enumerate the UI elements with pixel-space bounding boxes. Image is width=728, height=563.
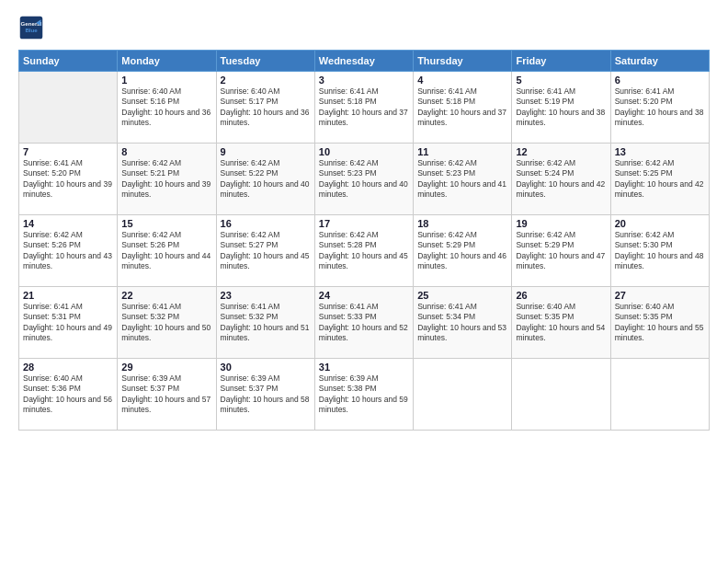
cell-info: Sunrise: 6:42 AM Sunset: 5:23 PM Dayligh… — [417, 158, 507, 201]
cell-info: Sunrise: 6:41 AM Sunset: 5:18 PM Dayligh… — [417, 86, 507, 129]
calendar-cell — [610, 359, 709, 431]
calendar-cell — [19, 72, 118, 144]
day-number: 2 — [221, 75, 311, 86]
weekday-header: Wednesday — [314, 51, 413, 72]
weekday-header: Saturday — [610, 51, 709, 72]
day-number: 3 — [319, 75, 409, 86]
calendar-cell: 16Sunrise: 6:42 AM Sunset: 5:27 PM Dayli… — [216, 215, 314, 287]
cell-info: Sunrise: 6:39 AM Sunset: 5:38 PM Dayligh… — [319, 373, 409, 416]
calendar-cell: 12Sunrise: 6:42 AM Sunset: 5:24 PM Dayli… — [512, 144, 610, 215]
cell-info: Sunrise: 6:40 AM Sunset: 5:16 PM Dayligh… — [121, 86, 211, 129]
day-number: 4 — [417, 75, 507, 86]
day-number: 31 — [319, 362, 409, 373]
calendar-cell: 17Sunrise: 6:42 AM Sunset: 5:28 PM Dayli… — [314, 215, 413, 287]
day-number: 9 — [221, 146, 311, 157]
cell-info: Sunrise: 6:40 AM Sunset: 5:17 PM Dayligh… — [221, 86, 311, 129]
calendar-cell: 23Sunrise: 6:41 AM Sunset: 5:32 PM Dayli… — [216, 287, 314, 359]
calendar-cell — [414, 359, 512, 431]
day-number: 29 — [121, 362, 211, 373]
cell-info: Sunrise: 6:40 AM Sunset: 5:35 PM Dayligh… — [516, 302, 606, 344]
day-number: 26 — [516, 290, 606, 301]
cell-info: Sunrise: 6:42 AM Sunset: 5:26 PM Dayligh… — [121, 230, 211, 272]
weekday-header: Friday — [512, 51, 610, 72]
calendar-week-row: 7Sunrise: 6:41 AM Sunset: 5:20 PM Daylig… — [19, 144, 710, 215]
day-number: 13 — [615, 146, 705, 157]
calendar-cell: 9Sunrise: 6:42 AM Sunset: 5:22 PM Daylig… — [216, 144, 314, 215]
calendar-week-row: 21Sunrise: 6:41 AM Sunset: 5:31 PM Dayli… — [19, 287, 710, 359]
weekday-header: Monday — [118, 51, 216, 72]
weekday-header-row: SundayMondayTuesdayWednesdayThursdayFrid… — [19, 51, 710, 72]
weekday-header: Tuesday — [216, 51, 314, 72]
day-number: 22 — [121, 290, 211, 301]
cell-info: Sunrise: 6:39 AM Sunset: 5:37 PM Dayligh… — [121, 373, 211, 416]
calendar-cell: 13Sunrise: 6:42 AM Sunset: 5:25 PM Dayli… — [610, 144, 709, 215]
calendar-week-row: 28Sunrise: 6:40 AM Sunset: 5:36 PM Dayli… — [19, 359, 710, 431]
calendar-cell: 26Sunrise: 6:40 AM Sunset: 5:35 PM Dayli… — [512, 287, 610, 359]
cell-info: Sunrise: 6:41 AM Sunset: 5:31 PM Dayligh… — [23, 302, 113, 344]
weekday-header: Sunday — [19, 51, 118, 72]
calendar-cell: 1Sunrise: 6:40 AM Sunset: 5:16 PM Daylig… — [118, 72, 216, 144]
cell-info: Sunrise: 6:42 AM Sunset: 5:28 PM Dayligh… — [319, 230, 409, 272]
calendar-cell: 25Sunrise: 6:41 AM Sunset: 5:34 PM Dayli… — [414, 287, 512, 359]
weekday-header: Thursday — [414, 51, 512, 72]
calendar-cell: 14Sunrise: 6:42 AM Sunset: 5:26 PM Dayli… — [19, 215, 118, 287]
day-number: 30 — [221, 362, 311, 373]
day-number: 7 — [23, 146, 113, 157]
logo: General Blue — [18, 15, 44, 40]
calendar-cell — [512, 359, 610, 431]
day-number: 19 — [516, 218, 606, 229]
day-number: 17 — [319, 218, 409, 229]
day-number: 15 — [121, 218, 211, 229]
cell-info: Sunrise: 6:41 AM Sunset: 5:20 PM Dayligh… — [615, 86, 705, 129]
day-number: 25 — [417, 290, 507, 301]
day-number: 23 — [221, 290, 311, 301]
calendar-cell: 18Sunrise: 6:42 AM Sunset: 5:29 PM Dayli… — [414, 215, 512, 287]
cell-info: Sunrise: 6:41 AM Sunset: 5:34 PM Dayligh… — [417, 302, 507, 344]
day-number: 24 — [319, 290, 409, 301]
calendar-cell: 10Sunrise: 6:42 AM Sunset: 5:23 PM Dayli… — [314, 144, 413, 215]
day-number: 1 — [121, 75, 211, 86]
cell-info: Sunrise: 6:42 AM Sunset: 5:25 PM Dayligh… — [615, 158, 705, 201]
calendar-cell: 15Sunrise: 6:42 AM Sunset: 5:26 PM Dayli… — [118, 215, 216, 287]
cell-info: Sunrise: 6:42 AM Sunset: 5:29 PM Dayligh… — [516, 230, 606, 272]
calendar-cell: 27Sunrise: 6:40 AM Sunset: 5:35 PM Dayli… — [610, 287, 709, 359]
calendar-cell: 29Sunrise: 6:39 AM Sunset: 5:37 PM Dayli… — [118, 359, 216, 431]
calendar-week-row: 1Sunrise: 6:40 AM Sunset: 5:16 PM Daylig… — [19, 72, 710, 144]
cell-info: Sunrise: 6:41 AM Sunset: 5:18 PM Dayligh… — [319, 86, 409, 129]
cell-info: Sunrise: 6:42 AM Sunset: 5:21 PM Dayligh… — [121, 158, 211, 201]
cell-info: Sunrise: 6:41 AM Sunset: 5:33 PM Dayligh… — [319, 302, 409, 344]
calendar-cell: 19Sunrise: 6:42 AM Sunset: 5:29 PM Dayli… — [512, 215, 610, 287]
cell-info: Sunrise: 6:42 AM Sunset: 5:22 PM Dayligh… — [221, 158, 311, 201]
calendar-cell: 30Sunrise: 6:39 AM Sunset: 5:37 PM Dayli… — [216, 359, 314, 431]
calendar-cell: 31Sunrise: 6:39 AM Sunset: 5:38 PM Dayli… — [314, 359, 413, 431]
cell-info: Sunrise: 6:41 AM Sunset: 5:32 PM Dayligh… — [121, 302, 211, 344]
calendar-cell: 3Sunrise: 6:41 AM Sunset: 5:18 PM Daylig… — [314, 72, 413, 144]
svg-text:Blue: Blue — [25, 27, 38, 33]
cell-info: Sunrise: 6:42 AM Sunset: 5:23 PM Dayligh… — [319, 158, 409, 201]
calendar-table: SundayMondayTuesdayWednesdayThursdayFrid… — [18, 50, 710, 431]
day-number: 20 — [615, 218, 705, 229]
day-number: 10 — [319, 146, 409, 157]
day-number: 12 — [516, 146, 606, 157]
day-number: 14 — [23, 218, 113, 229]
cell-info: Sunrise: 6:40 AM Sunset: 5:35 PM Dayligh… — [615, 302, 705, 344]
calendar-cell: 21Sunrise: 6:41 AM Sunset: 5:31 PM Dayli… — [19, 287, 118, 359]
header: General Blue — [18, 15, 710, 40]
calendar-cell: 20Sunrise: 6:42 AM Sunset: 5:30 PM Dayli… — [610, 215, 709, 287]
cell-info: Sunrise: 6:42 AM Sunset: 5:27 PM Dayligh… — [221, 230, 311, 272]
calendar-cell: 6Sunrise: 6:41 AM Sunset: 5:20 PM Daylig… — [610, 72, 709, 144]
calendar-cell: 24Sunrise: 6:41 AM Sunset: 5:33 PM Dayli… — [314, 287, 413, 359]
day-number: 28 — [23, 362, 113, 373]
cell-info: Sunrise: 6:42 AM Sunset: 5:26 PM Dayligh… — [23, 230, 113, 272]
cell-info: Sunrise: 6:41 AM Sunset: 5:32 PM Dayligh… — [221, 302, 311, 344]
calendar-cell: 7Sunrise: 6:41 AM Sunset: 5:20 PM Daylig… — [19, 144, 118, 215]
cell-info: Sunrise: 6:41 AM Sunset: 5:20 PM Dayligh… — [23, 158, 113, 201]
day-number: 27 — [615, 290, 705, 301]
cell-info: Sunrise: 6:42 AM Sunset: 5:30 PM Dayligh… — [615, 230, 705, 272]
calendar-cell: 28Sunrise: 6:40 AM Sunset: 5:36 PM Dayli… — [19, 359, 118, 431]
cell-info: Sunrise: 6:42 AM Sunset: 5:24 PM Dayligh… — [516, 158, 606, 201]
day-number: 18 — [417, 218, 507, 229]
cell-info: Sunrise: 6:39 AM Sunset: 5:37 PM Dayligh… — [221, 373, 311, 416]
calendar-week-row: 14Sunrise: 6:42 AM Sunset: 5:26 PM Dayli… — [19, 215, 710, 287]
cell-info: Sunrise: 6:41 AM Sunset: 5:19 PM Dayligh… — [516, 86, 606, 129]
